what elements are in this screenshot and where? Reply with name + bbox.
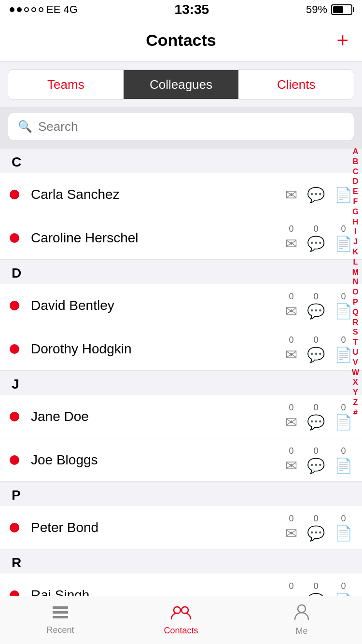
bottom-tab-bar: Recent Contacts Me bbox=[0, 596, 362, 644]
search-bar: 🔍 bbox=[8, 112, 354, 141]
contact-item[interactable]: Caroline Herschel 0 ✉ 0 💬 0 📄 bbox=[0, 216, 362, 260]
search-icon: 🔍 bbox=[18, 120, 32, 133]
tab-bar: Teams Colleagues Clients bbox=[8, 70, 354, 99]
alpha-W[interactable]: W bbox=[349, 368, 362, 378]
alpha-N[interactable]: N bbox=[350, 277, 362, 287]
chat-action[interactable]: 0 💬 bbox=[307, 403, 325, 431]
battery-fill bbox=[333, 6, 343, 13]
battery-percent: 59% bbox=[306, 3, 327, 16]
contact-item[interactable]: Peter Bond 0 ✉ 0 💬 0 📄 bbox=[0, 506, 362, 549]
alpha-A[interactable]: A bbox=[350, 147, 362, 157]
chat-action[interactable]: 0 💬 bbox=[307, 224, 325, 252]
section-header-r: R bbox=[0, 549, 362, 574]
alpha-S[interactable]: S bbox=[350, 327, 361, 337]
contact-item[interactable]: Carla Sanchez ✉ 💬 📄 bbox=[0, 173, 362, 216]
status-bar: EE 4G 13:35 59% bbox=[0, 0, 362, 19]
alpha-M[interactable]: M bbox=[349, 267, 362, 278]
me-label: Me bbox=[295, 626, 307, 636]
section-header-p: P bbox=[0, 482, 362, 506]
chat-action[interactable]: 0 💬 bbox=[307, 335, 325, 363]
add-contact-button[interactable]: + bbox=[336, 30, 348, 51]
online-status-dot bbox=[10, 301, 19, 310]
alpha-V[interactable]: V bbox=[350, 358, 361, 368]
email-action[interactable]: 0 ✉ bbox=[285, 335, 297, 363]
chat-icon: 💬 bbox=[307, 303, 325, 320]
alpha-J[interactable]: J bbox=[350, 237, 361, 247]
contact-item[interactable]: Joe Bloggs 0 ✉ 0 💬 0 📄 bbox=[0, 438, 362, 482]
signal-dot-1 bbox=[10, 7, 14, 12]
alpha-O[interactable]: O bbox=[349, 287, 361, 297]
contact-actions: 0 ✉ 0 💬 0 📄 bbox=[285, 292, 352, 320]
contact-item[interactable]: Dorothy Hodgkin 0 ✉ 0 💬 0 📄 bbox=[0, 327, 362, 371]
contact-actions: 0 ✉ 0 💬 0 📄 bbox=[285, 224, 352, 252]
tab-contacts[interactable]: Contacts bbox=[121, 604, 241, 636]
online-status-dot bbox=[10, 344, 19, 354]
notes-action[interactable]: 0 📄 bbox=[334, 514, 352, 542]
alpha-G[interactable]: G bbox=[349, 207, 361, 217]
svg-rect-1 bbox=[53, 611, 68, 614]
section-header-d: D bbox=[0, 260, 362, 284]
alpha-Q[interactable]: Q bbox=[349, 308, 361, 318]
alpha-T[interactable]: T bbox=[350, 337, 361, 348]
email-icon: ✉ bbox=[285, 525, 297, 542]
signal-dot-5 bbox=[39, 7, 43, 12]
online-status-dot bbox=[10, 190, 19, 199]
contact-actions: 0 ✉ 0 💬 0 📄 bbox=[285, 335, 352, 363]
chat-action[interactable]: 0 💬 bbox=[307, 446, 325, 474]
alpha-H[interactable]: H bbox=[350, 217, 362, 227]
alpha-B[interactable]: B bbox=[350, 157, 362, 167]
alpha-K[interactable]: K bbox=[350, 247, 362, 257]
alpha-F[interactable]: F bbox=[350, 197, 361, 207]
status-right: 59% bbox=[306, 3, 352, 16]
alpha-X[interactable]: X bbox=[350, 378, 361, 388]
alphabet-index: A B C D E F G H I J K L M N O P Q R S T … bbox=[349, 145, 362, 420]
chat-action[interactable]: 💬 bbox=[307, 185, 325, 203]
signal-dot-2 bbox=[17, 7, 22, 12]
contact-actions: 0 ✉ 0 💬 0 📄 bbox=[285, 514, 352, 542]
alpha-U[interactable]: U bbox=[350, 348, 362, 358]
contact-name: Carla Sanchez bbox=[31, 187, 285, 202]
chat-icon: 💬 bbox=[307, 235, 325, 252]
section-header-j: J bbox=[0, 371, 362, 395]
signal-dot-3 bbox=[24, 7, 29, 12]
email-action[interactable]: ✉ bbox=[285, 185, 297, 203]
contact-item[interactable]: David Bentley 0 ✉ 0 💬 0 📄 bbox=[0, 284, 362, 327]
notes-action[interactable]: 0 📄 bbox=[334, 446, 352, 474]
chat-icon: 💬 bbox=[307, 525, 325, 542]
alpha-Z[interactable]: Z bbox=[350, 398, 361, 408]
chat-action[interactable]: 0 💬 bbox=[307, 514, 325, 542]
tab-teams[interactable]: Teams bbox=[8, 70, 124, 99]
svg-rect-0 bbox=[53, 606, 68, 609]
alpha-I[interactable]: I bbox=[351, 227, 359, 237]
alpha-E[interactable]: E bbox=[350, 187, 361, 197]
email-icon: ✉ bbox=[285, 346, 297, 363]
contact-item[interactable]: Jane Doe 0 ✉ 0 💬 0 📄 bbox=[0, 395, 362, 438]
alpha-hash[interactable]: # bbox=[350, 408, 361, 418]
contact-actions: 0 ✉ 0 💬 0 📄 bbox=[285, 403, 352, 431]
contact-name: Peter Bond bbox=[31, 520, 285, 535]
tab-colleagues[interactable]: Colleagues bbox=[124, 70, 239, 99]
contact-list: C Carla Sanchez ✉ 💬 📄 Caroline Herschel … bbox=[0, 149, 362, 617]
chat-action[interactable]: 0 💬 bbox=[307, 292, 325, 320]
tab-me[interactable]: Me bbox=[241, 604, 362, 636]
chat-icon: 💬 bbox=[307, 457, 325, 474]
tab-recent[interactable]: Recent bbox=[0, 605, 121, 635]
alpha-C[interactable]: C bbox=[350, 167, 362, 177]
me-icon bbox=[294, 604, 309, 624]
email-action[interactable]: 0 ✉ bbox=[285, 514, 297, 542]
recent-icon bbox=[52, 605, 69, 623]
alpha-D[interactable]: D bbox=[350, 177, 362, 187]
email-action[interactable]: 0 ✉ bbox=[285, 446, 297, 474]
contact-name: Caroline Herschel bbox=[31, 230, 285, 246]
alpha-L[interactable]: L bbox=[350, 257, 361, 267]
email-action[interactable]: 0 ✉ bbox=[285, 224, 297, 252]
alpha-Y[interactable]: Y bbox=[350, 388, 361, 398]
alpha-R[interactable]: R bbox=[350, 318, 362, 328]
header: Contacts + bbox=[0, 19, 362, 62]
email-action[interactable]: 0 ✉ bbox=[285, 292, 297, 320]
email-icon: ✉ bbox=[285, 235, 297, 252]
email-action[interactable]: 0 ✉ bbox=[285, 403, 297, 431]
alpha-P[interactable]: P bbox=[350, 297, 361, 308]
tab-clients[interactable]: Clients bbox=[238, 70, 354, 99]
search-input[interactable] bbox=[38, 119, 344, 134]
